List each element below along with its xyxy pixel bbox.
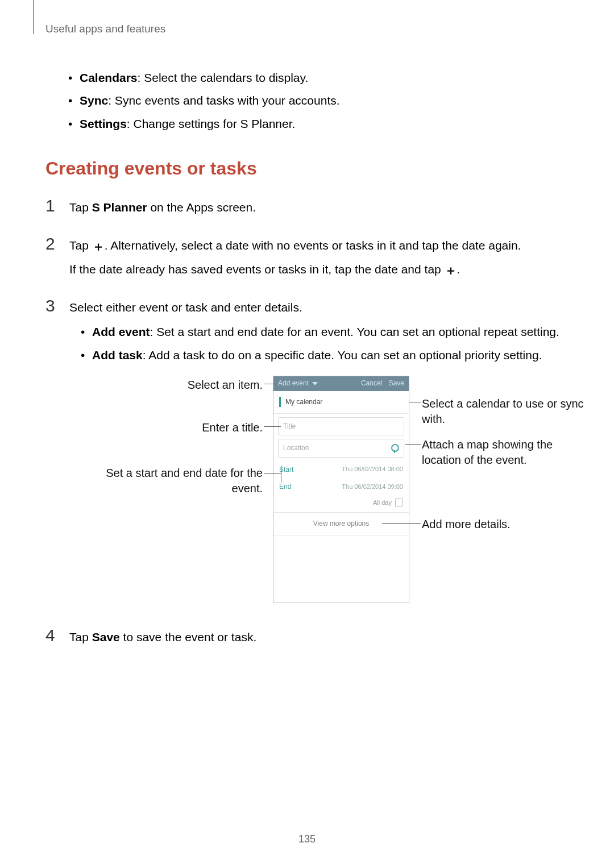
step-2: 2 Tap ＋. Alternatively, select a date wi… xyxy=(45,234,569,285)
step-3: 3 Select either event or task and enter … xyxy=(45,296,569,614)
step-number: 4 xyxy=(45,626,69,653)
chevron-down-icon xyxy=(312,382,318,385)
callout-select-calendar: Select a calendar to use or sync with. xyxy=(422,396,592,427)
callout-add-more: Add more details. xyxy=(422,517,592,532)
plus-icon: ＋ xyxy=(445,264,457,277)
leader-line xyxy=(264,426,281,427)
leader-line xyxy=(264,384,275,384)
sub-bullet-add-event: • Add event: Set a start and end date fo… xyxy=(81,323,587,341)
phone-mock: Add event Cancel Save My calendar Tit xyxy=(273,376,409,603)
header-rule xyxy=(33,0,34,34)
breadcrumb: Useful apps and features xyxy=(45,23,569,35)
callout-enter-title: Enter a title. xyxy=(92,420,263,435)
phone-header: Add event Cancel Save xyxy=(273,376,409,391)
save-button[interactable]: Save xyxy=(389,379,404,387)
row-start[interactable]: Start Thu 06/02/2014 08:00 xyxy=(273,461,409,479)
location-pin-icon[interactable] xyxy=(391,444,399,452)
figure-add-event: Add event Cancel Save My calendar Tit xyxy=(92,376,587,609)
cancel-button[interactable]: Cancel xyxy=(361,379,382,387)
row-all-day[interactable]: All day xyxy=(273,496,409,513)
sub-bullet-add-task: • Add task: Add a task to do on a specif… xyxy=(81,346,587,364)
callout-set-dates: Set a start and end date for the event. xyxy=(92,466,263,496)
location-input[interactable]: Location xyxy=(278,439,404,458)
my-calendar-label: My calendar xyxy=(285,397,322,408)
row-end[interactable]: End Thu 06/02/2014 09:00 xyxy=(273,478,409,496)
page-number: 135 xyxy=(0,833,614,845)
bullet-settings: •Settings: Change settings for S Planner… xyxy=(68,115,569,132)
callout-select-item: Select an item. xyxy=(92,377,263,393)
bullet-sync: •Sync: Sync events and tasks with your a… xyxy=(68,92,569,109)
step-number: 3 xyxy=(45,296,69,614)
bullet-calendars: •Calendars: Select the calendars to disp… xyxy=(68,69,569,86)
step-4: 4 Tap Save to save the event or task. xyxy=(45,626,569,653)
title-input[interactable]: Title xyxy=(278,417,404,436)
step-number: 2 xyxy=(45,234,69,285)
leader-line xyxy=(405,444,421,445)
all-day-checkbox[interactable] xyxy=(395,499,403,506)
leader-tick xyxy=(281,466,281,483)
step-number: 1 xyxy=(45,196,69,223)
plus-icon: ＋ xyxy=(92,240,105,253)
leader-line xyxy=(264,474,281,474)
step-3-intro: Select either event or task and enter de… xyxy=(69,298,587,317)
row-my-calendar[interactable]: My calendar xyxy=(273,391,409,414)
callout-attach-map: Attach a map showing the location of the… xyxy=(422,437,592,468)
leader-line xyxy=(382,523,421,524)
step-1: 1 Tap S Planner on the Apps screen. xyxy=(45,196,569,223)
view-more-options[interactable]: View more options xyxy=(273,513,409,535)
dropdown-add-event[interactable]: Add event xyxy=(278,378,309,389)
calendar-color-bar xyxy=(279,397,281,407)
leader-line xyxy=(409,402,421,402)
section-heading: Creating events or tasks xyxy=(45,158,569,179)
